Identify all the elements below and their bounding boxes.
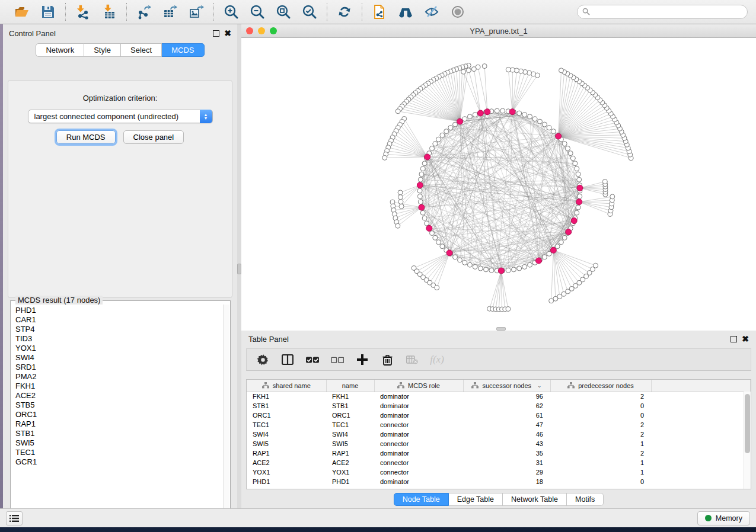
- add-column-icon[interactable]: [356, 353, 369, 366]
- splitter-handle[interactable]: [237, 264, 241, 274]
- list-item[interactable]: STB1: [15, 429, 223, 438]
- scrollbar-thumb[interactable]: [745, 394, 750, 453]
- tree-icon: [471, 382, 479, 389]
- memory-button[interactable]: Memory: [697, 511, 750, 525]
- export-network-icon[interactable]: [135, 3, 153, 21]
- network-window-titlebar[interactable]: YPA_prune.txt_1: [241, 24, 756, 38]
- memory-status-icon: [705, 515, 712, 521]
- deselect-all-columns-icon[interactable]: [331, 353, 344, 366]
- task-history-button[interactable]: [6, 511, 23, 525]
- control-panel: Control Panel ✖ Network Style Select MCD…: [3, 24, 237, 508]
- mcds-list-scrollbar[interactable]: [223, 305, 229, 520]
- search-icon: [582, 8, 590, 15]
- open-folder-icon[interactable]: [13, 3, 31, 21]
- tab-style[interactable]: Style: [84, 43, 121, 57]
- delete-table-icon: [406, 353, 419, 366]
- list-item[interactable]: TEC1: [15, 448, 223, 457]
- save-icon[interactable]: [39, 3, 57, 21]
- list-item[interactable]: STB5: [15, 400, 223, 410]
- delete-column-icon[interactable]: [381, 353, 394, 366]
- tab-node-table[interactable]: Node Table: [394, 493, 449, 506]
- list-item[interactable]: FKH1: [15, 382, 223, 391]
- table-row[interactable]: STB1STB1dominator 620: [247, 401, 751, 411]
- select-stepper-icon: ▲▼: [200, 110, 212, 123]
- network-from-file-icon[interactable]: [371, 3, 388, 21]
- import-network-icon[interactable]: [74, 3, 92, 21]
- vertical-splitter[interactable]: [237, 24, 241, 508]
- table-row[interactable]: FKH1FKH1dominator 962: [247, 392, 751, 401]
- list-item[interactable]: CAR1: [15, 315, 223, 325]
- tree-icon: [262, 382, 269, 389]
- list-item[interactable]: YOX1: [15, 344, 223, 353]
- list-item[interactable]: STP4: [15, 325, 223, 334]
- network-svg: [241, 38, 756, 331]
- table-row[interactable]: SWI4SWI4dominator 462: [247, 430, 751, 439]
- network-canvas[interactable]: [241, 38, 756, 331]
- table-row[interactable]: ACE2ACE2connector 311: [247, 458, 751, 467]
- zoom-out-icon[interactable]: [248, 3, 266, 21]
- float-panel-icon[interactable]: [213, 30, 219, 37]
- search-input[interactable]: [577, 5, 748, 19]
- tab-network-table[interactable]: Network Table: [503, 493, 567, 506]
- table-toolbar: f(x): [246, 348, 751, 371]
- float-panel-icon[interactable]: [731, 336, 737, 342]
- status-bar: Memory: [0, 508, 756, 527]
- split-columns-icon[interactable]: [281, 353, 294, 366]
- column-header-shared-name[interactable]: shared name: [247, 380, 326, 392]
- column-header-successor-nodes[interactable]: successor nodes ⌄: [463, 380, 550, 392]
- close-panel-button[interactable]: Close panel: [123, 130, 184, 144]
- criterion-select[interactable]: largest connected component (undirected)…: [28, 110, 213, 123]
- tab-edge-table[interactable]: Edge Table: [449, 493, 503, 506]
- table-row[interactable]: PHD1PHD1dominator 180: [247, 477, 751, 486]
- zoom-in-icon[interactable]: [222, 3, 240, 21]
- table-row[interactable]: ORC1ORC1dominator 610: [247, 411, 751, 420]
- tab-select[interactable]: Select: [121, 43, 162, 57]
- hide-graphics-details-icon[interactable]: [423, 3, 441, 21]
- column-header-name[interactable]: name: [326, 380, 374, 392]
- tab-network[interactable]: Network: [36, 43, 84, 57]
- zoom-fit-icon[interactable]: [275, 3, 292, 21]
- node-table: shared name name MCDS role successor nod…: [246, 379, 751, 489]
- list-item[interactable]: SWI5: [15, 438, 223, 448]
- list-icon: [9, 514, 19, 523]
- tab-motifs[interactable]: Motifs: [567, 493, 604, 506]
- list-item[interactable]: GCR1: [15, 457, 223, 467]
- mcds-options-panel: Optimization criterion: largest connecte…: [8, 80, 232, 298]
- table-row[interactable]: SWI5SWI5connector 431: [247, 439, 751, 448]
- close-panel-icon[interactable]: ✖: [742, 336, 749, 342]
- list-item[interactable]: SWI4: [15, 353, 223, 363]
- list-item[interactable]: PMA2: [15, 372, 223, 382]
- column-header-filler: [651, 380, 751, 392]
- list-item[interactable]: TID3: [15, 334, 223, 344]
- column-header-mcds-role[interactable]: MCDS role: [374, 380, 463, 392]
- table-row[interactable]: YOX1YOX1connector 291: [247, 467, 751, 477]
- optimization-criterion-label: Optimization criterion:: [8, 94, 232, 102]
- show-graphics-details-icon[interactable]: [449, 3, 467, 21]
- table-row[interactable]: RAP1RAP1dominator 352: [247, 448, 751, 458]
- table-row[interactable]: TEC1TEC1connector 472: [247, 420, 751, 430]
- table-panel-header: Table Panel ✖: [241, 331, 756, 347]
- list-item[interactable]: RAP1: [15, 419, 223, 429]
- network-window-title: YPA_prune.txt_1: [241, 27, 756, 36]
- function-builder-icon: f(x): [430, 353, 444, 366]
- zoom-selected-icon[interactable]: [301, 3, 318, 21]
- export-table-icon[interactable]: [161, 3, 179, 21]
- search-network-binoculars-icon[interactable]: [397, 3, 414, 21]
- table-scrollbar[interactable]: [744, 392, 751, 489]
- export-image-icon[interactable]: [187, 3, 205, 21]
- run-mcds-button[interactable]: Run MCDS: [56, 130, 116, 144]
- list-item[interactable]: ORC1: [15, 410, 223, 419]
- list-item[interactable]: ACE2: [15, 391, 223, 400]
- close-panel-icon[interactable]: ✖: [224, 30, 231, 37]
- tree-icon: [567, 382, 575, 389]
- gear-icon[interactable]: [256, 353, 269, 366]
- column-header-predecessor-nodes[interactable]: predecessor nodes: [550, 380, 651, 392]
- list-item[interactable]: SRD1: [15, 363, 223, 372]
- refresh-icon[interactable]: [336, 3, 353, 21]
- tab-mcds[interactable]: MCDS: [162, 43, 204, 57]
- criterion-selected-value: largest connected component (undirected): [34, 112, 179, 121]
- list-item[interactable]: PHD1: [15, 306, 223, 315]
- control-panel-title: Control Panel: [9, 29, 56, 38]
- select-all-columns-icon[interactable]: [306, 353, 319, 366]
- import-table-icon[interactable]: [100, 3, 118, 21]
